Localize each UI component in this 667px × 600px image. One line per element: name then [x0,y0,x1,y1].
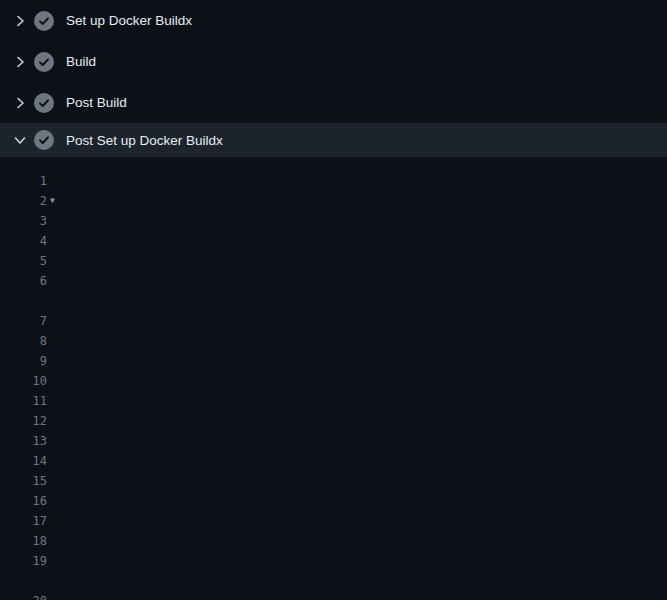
log-line-number[interactable]: 6 [0,271,47,291]
log-line: 8 ▼ time="2021-04-23T18:02:37Z" level=in… [0,331,667,351]
log-line: 14 ▼ time="2021-04-23T18:02:38Z" level=d… [0,451,667,471]
log-line-number[interactable]: 10 [0,371,47,391]
log-line: ▼ application/vnd.oci.image.index.v1+jso… [0,571,667,591]
log-viewer: 1 ▼ Post job cleanup. 2 ▼ BuildKit conta… [0,157,667,600]
log-line: 7 ▼ time="2021-04-23T18:02:37Z" level=wa… [0,311,667,331]
log-line-number[interactable]: 4 [0,231,47,251]
log-line: 15 ▼ time="2021-04-23T18:02:38Z" level=d… [0,471,667,491]
log-line: 11 ▼ time="2021-04-23T18:02:38Z" level=d… [0,391,667,411]
log-line: 6 ▼ time="2021-04-23T18:02:37Z" level=in… [0,271,667,291]
step-chevron[interactable] [12,54,28,70]
log-line: 9 ▼ time="2021-04-23T18:02:37Z" level=wa… [0,351,667,371]
log-line: 16 ▼ time="2021-04-23T18:02:38Z" level=d… [0,491,667,511]
log-line-number[interactable]: 17 [0,511,47,531]
group-collapse-icon[interactable]: ▼ [50,191,55,211]
log-line-number[interactable]: 8 [0,331,47,351]
log-line-number[interactable]: 3 [0,211,47,231]
chevron-right-icon[interactable] [12,54,28,70]
log-line: 12 ▼ time="2021-04-23T18:02:38Z" level=d… [0,411,667,431]
chevron-right-icon[interactable] [12,13,28,29]
log-line: 2 ▼ BuildKit container logs [0,191,667,211]
step-chevron[interactable] [12,95,28,111]
log-line-number[interactable]: 16 [0,491,47,511]
log-line-number[interactable]: 15 [0,471,47,491]
log-line: 10 ▼ time="2021-04-23T18:02:37Z" level=i… [0,371,667,391]
log-line-number[interactable]: 12 [0,411,47,431]
log-line-number[interactable]: 7 [0,311,47,331]
log-line-number[interactable]: 1 [0,171,47,191]
step-row[interactable]: Set up Docker Buildx [0,0,667,41]
step-title: Post Set up Docker Buildx [66,133,223,148]
check-circle-icon [34,130,54,150]
log-line-number[interactable]: 13 [0,431,47,451]
step-chevron[interactable] [12,132,28,148]
check-circle-icon [34,52,54,72]
step-title: Post Build [66,95,127,110]
log-line-number[interactable]: 20 [0,591,47,600]
log-line-number[interactable]: 5 [0,251,47,271]
log-line: 13 ▼ time="2021-04-23T18:02:38Z" level=d… [0,431,667,451]
log-line: 4 ▼ time="2021-04-23T18:02:37Z" level=in… [0,231,667,251]
step-row[interactable]: Post Build [0,82,667,123]
log-line-number[interactable]: 2 [0,191,47,211]
step-list: Set up Docker Buildx Build [0,0,667,157]
log-line-number[interactable]: 11 [0,391,47,411]
log-line: 3 ▼ /usr/bin/docker logs buildx_buildkit… [0,211,667,231]
log-line: 5 ▼ time="2021-04-23T18:02:37Z" level=wa… [0,251,667,271]
log-line: 17 ▼ time="2021-04-23T18:02:38Z" level=d… [0,511,667,531]
step-chevron[interactable] [12,13,28,29]
check-circle-icon [34,11,54,31]
log-line: 19 ▼ time="2021-04-23T18:02:38Z" level=d… [0,551,667,571]
log-line: 18 ▼ time="2021-04-23T18:02:38Z" level=d… [0,531,667,551]
log-line-number[interactable]: 18 [0,531,47,551]
log-line: 1 ▼ Post job cleanup. [0,171,667,191]
step-row[interactable]: Post Set up Docker Buildx [0,123,667,157]
log-line-number[interactable]: 14 [0,451,47,471]
chevron-right-icon[interactable] [12,95,28,111]
step-title: Build [66,54,96,69]
log-line: 20 ▼ time="2021-04-23T18:02:38Z" level=d… [0,591,667,600]
log-line-number[interactable]: 19 [0,551,47,571]
log-line: ▼ linux/riscv64 linux/ppc64le linux/s390… [0,291,667,311]
step-title: Set up Docker Buildx [66,13,192,28]
check-circle-icon [34,93,54,113]
chevron-down-icon[interactable] [12,132,28,148]
step-row[interactable]: Build [0,41,667,82]
log-line-number[interactable]: 9 [0,351,47,371]
